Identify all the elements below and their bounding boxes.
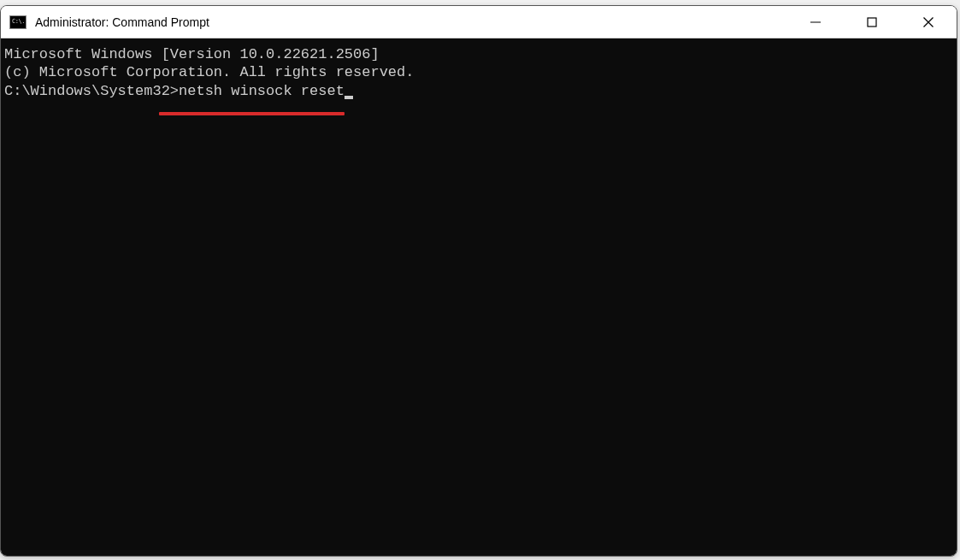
typed-command: netsh winsock reset (179, 83, 345, 99)
cursor-icon (345, 96, 353, 99)
maximize-button[interactable] (844, 6, 900, 38)
minimize-icon (810, 16, 822, 28)
close-icon (922, 16, 934, 28)
close-button[interactable] (900, 6, 957, 38)
minimize-button[interactable] (787, 6, 844, 38)
window-title: Administrator: Command Prompt (35, 15, 209, 29)
command-prompt-window: C:\. Administrator: Command Prompt (0, 5, 957, 557)
prompt-path: C:\Windows\System32> (4, 83, 179, 99)
app-icon-glyph: C:\. (12, 19, 25, 25)
terminal-version-line: Microsoft Windows [Version 10.0.22621.25… (4, 45, 953, 63)
red-underline-annotation (159, 112, 345, 115)
cmd-app-icon: C:\. (9, 15, 27, 29)
terminal-prompt-line: C:\Windows\System32>netsh winsock reset (4, 82, 353, 100)
titlebar[interactable]: C:\. Administrator: Command Prompt (1, 6, 957, 38)
svg-rect-1 (868, 18, 876, 27)
terminal-output-area[interactable]: Microsoft Windows [Version 10.0.22621.25… (1, 38, 957, 556)
maximize-icon (866, 16, 878, 28)
terminal-copyright-line: (c) Microsoft Corporation. All rights re… (4, 63, 953, 81)
window-controls (787, 6, 957, 38)
